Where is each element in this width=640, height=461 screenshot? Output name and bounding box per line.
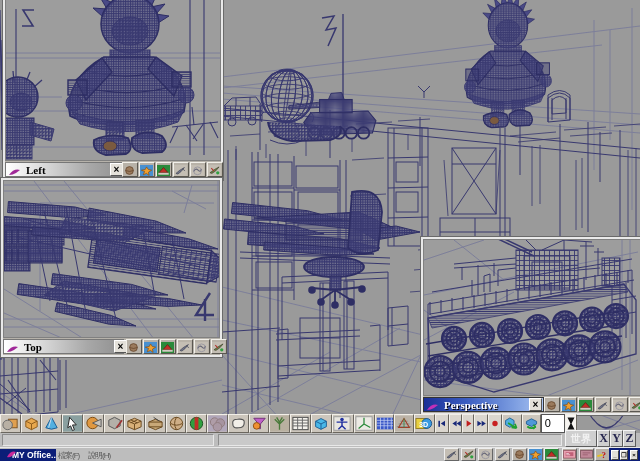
svg-text:3D: 3D bbox=[419, 420, 428, 429]
svg-text:?: ? bbox=[602, 450, 607, 460]
